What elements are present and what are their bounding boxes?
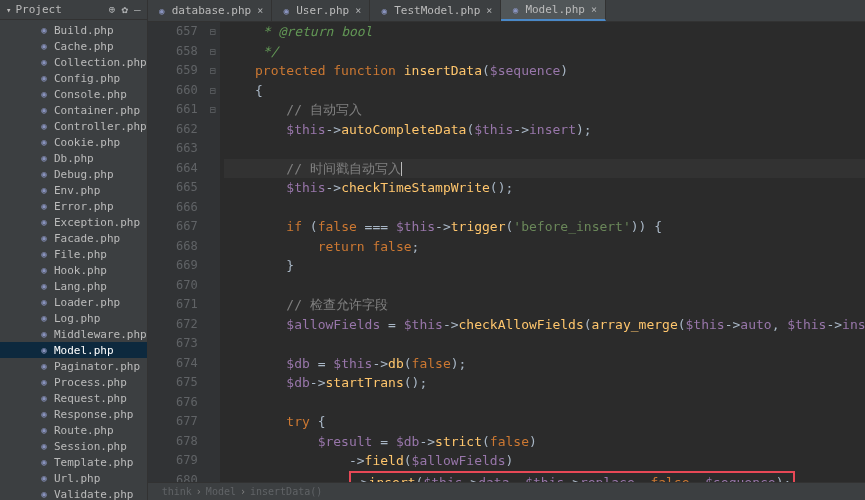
- tree-file[interactable]: ◉Cookie.php: [0, 134, 147, 150]
- tree-file[interactable]: ◉Cache.php: [0, 38, 147, 54]
- code-line[interactable]: [224, 198, 865, 218]
- code-line[interactable]: * @return bool: [224, 22, 865, 42]
- tree-file[interactable]: ◉Lang.php: [0, 278, 147, 294]
- code-line[interactable]: ->field($allowFields): [224, 451, 865, 471]
- line-number: 670: [148, 276, 198, 296]
- code-line[interactable]: // 时间戳自动写入: [224, 159, 865, 179]
- fold-gutter[interactable]: ⊟⊟⊟⊟⊟: [206, 22, 220, 482]
- code-line[interactable]: try {: [224, 412, 865, 432]
- tree-file[interactable]: ◉Loader.php: [0, 294, 147, 310]
- code-line[interactable]: [224, 334, 865, 354]
- code-line[interactable]: $db->startTrans();: [224, 373, 865, 393]
- code-line[interactable]: $this->autoCompleteData($this->insert);: [224, 120, 865, 140]
- code-line[interactable]: [224, 276, 865, 296]
- code-line[interactable]: // 自动写入: [224, 100, 865, 120]
- tree-file[interactable]: ◉Request.php: [0, 390, 147, 406]
- file-label: Collection.php: [54, 56, 147, 69]
- code-line[interactable]: return false;: [224, 237, 865, 257]
- tree-file[interactable]: ◉Paginator.php: [0, 358, 147, 374]
- tree-file[interactable]: ◉Env.php: [0, 182, 147, 198]
- tree-file[interactable]: ◉Controller.php: [0, 118, 147, 134]
- close-icon[interactable]: ×: [486, 5, 492, 16]
- code-area[interactable]: * @return bool */ protected function ins…: [220, 22, 865, 482]
- code-editor[interactable]: 6576586596606616626636646656666676686696…: [148, 22, 865, 482]
- project-tree[interactable]: ◉Build.php◉Cache.php◉Collection.php◉Conf…: [0, 20, 147, 500]
- fold-icon[interactable]: ⊟: [210, 46, 216, 57]
- line-number: 667: [148, 217, 198, 237]
- close-icon[interactable]: ×: [591, 4, 597, 15]
- editor-tab[interactable]: ◉database.php×: [148, 0, 273, 21]
- tree-file[interactable]: ◉Validate.php: [0, 486, 147, 500]
- code-line[interactable]: $this->checkTimeStampWrite();: [224, 178, 865, 198]
- tree-file[interactable]: ◉Error.php: [0, 198, 147, 214]
- tree-file[interactable]: ◉Db.php: [0, 150, 147, 166]
- tree-file[interactable]: ◉Process.php: [0, 374, 147, 390]
- line-gutter: 6576586596606616626636646656666676686696…: [148, 22, 206, 482]
- tree-file[interactable]: ◉Container.php: [0, 102, 147, 118]
- tree-file[interactable]: ◉Template.php: [0, 454, 147, 470]
- code-line[interactable]: }: [224, 256, 865, 276]
- line-number: 665: [148, 178, 198, 198]
- tree-file[interactable]: ◉Debug.php: [0, 166, 147, 182]
- sidebar-header: Project ⊕ ✿ —: [0, 0, 147, 20]
- tree-file[interactable]: ◉File.php: [0, 246, 147, 262]
- tree-file[interactable]: ◉Console.php: [0, 86, 147, 102]
- php-icon: ◉: [38, 472, 50, 484]
- code-line[interactable]: */: [224, 42, 865, 62]
- code-line[interactable]: ->insert($this->data, $this->replace, fa…: [224, 471, 865, 483]
- code-line[interactable]: {: [224, 81, 865, 101]
- tree-file[interactable]: ◉Response.php: [0, 406, 147, 422]
- collapse-icon[interactable]: ⊕: [109, 3, 116, 16]
- code-line[interactable]: protected function insertData($sequence): [224, 61, 865, 81]
- fold-icon[interactable]: ⊟: [210, 85, 216, 96]
- file-label: Env.php: [54, 184, 100, 197]
- php-icon: ◉: [38, 456, 50, 468]
- line-number: 679: [148, 451, 198, 471]
- editor-tab[interactable]: ◉TestModel.php×: [370, 0, 501, 21]
- close-icon[interactable]: ×: [355, 5, 361, 16]
- php-icon: ◉: [38, 24, 50, 36]
- editor-tab[interactable]: ◉User.php×: [272, 0, 370, 21]
- tree-file[interactable]: ◉Middleware.php: [0, 326, 147, 342]
- tree-file[interactable]: ◉Session.php: [0, 438, 147, 454]
- hide-icon[interactable]: —: [134, 3, 141, 16]
- php-icon: ◉: [38, 40, 50, 52]
- code-line[interactable]: $allowFields = $this->checkAllowFields(a…: [224, 315, 865, 335]
- line-number: 676: [148, 393, 198, 413]
- close-icon[interactable]: ×: [257, 5, 263, 16]
- gear-icon[interactable]: ✿: [121, 3, 128, 16]
- breadcrumb[interactable]: think › Model › insertData(): [148, 482, 865, 500]
- editor-tab[interactable]: ◉Model.php×: [501, 0, 606, 21]
- tree-file[interactable]: ◉Facade.php: [0, 230, 147, 246]
- file-label: Container.php: [54, 104, 140, 117]
- code-line[interactable]: if (false === $this->trigger('before_ins…: [224, 217, 865, 237]
- line-number: 674: [148, 354, 198, 374]
- sidebar-title[interactable]: Project: [6, 3, 109, 16]
- tree-file[interactable]: ◉Exception.php: [0, 214, 147, 230]
- php-icon: ◉: [38, 152, 50, 164]
- tree-file[interactable]: ◉Route.php: [0, 422, 147, 438]
- php-icon: ◉: [38, 104, 50, 116]
- code-line[interactable]: [224, 393, 865, 413]
- tree-file[interactable]: ◉Config.php: [0, 70, 147, 86]
- php-icon: ◉: [38, 120, 50, 132]
- php-icon: ◉: [280, 5, 292, 17]
- tree-file[interactable]: ◉Build.php: [0, 22, 147, 38]
- line-number: 663: [148, 139, 198, 159]
- tree-file[interactable]: ◉Url.php: [0, 470, 147, 486]
- tree-file[interactable]: ◉Log.php: [0, 310, 147, 326]
- line-number: 659: [148, 61, 198, 81]
- code-line[interactable]: $result = $db->strict(false): [224, 432, 865, 452]
- fold-icon[interactable]: ⊟: [210, 104, 216, 115]
- tree-file[interactable]: ◉Collection.php: [0, 54, 147, 70]
- code-line[interactable]: $db = $this->db(false);: [224, 354, 865, 374]
- code-line[interactable]: [224, 139, 865, 159]
- fold-icon[interactable]: ⊟: [210, 65, 216, 76]
- fold-icon[interactable]: ⊟: [210, 26, 216, 37]
- php-icon: ◉: [38, 56, 50, 68]
- tree-file[interactable]: ◉Model.php: [0, 342, 147, 358]
- tree-file[interactable]: ◉Hook.php: [0, 262, 147, 278]
- code-line[interactable]: // 检查允许字段: [224, 295, 865, 315]
- line-number: 678: [148, 432, 198, 452]
- php-icon: ◉: [38, 440, 50, 452]
